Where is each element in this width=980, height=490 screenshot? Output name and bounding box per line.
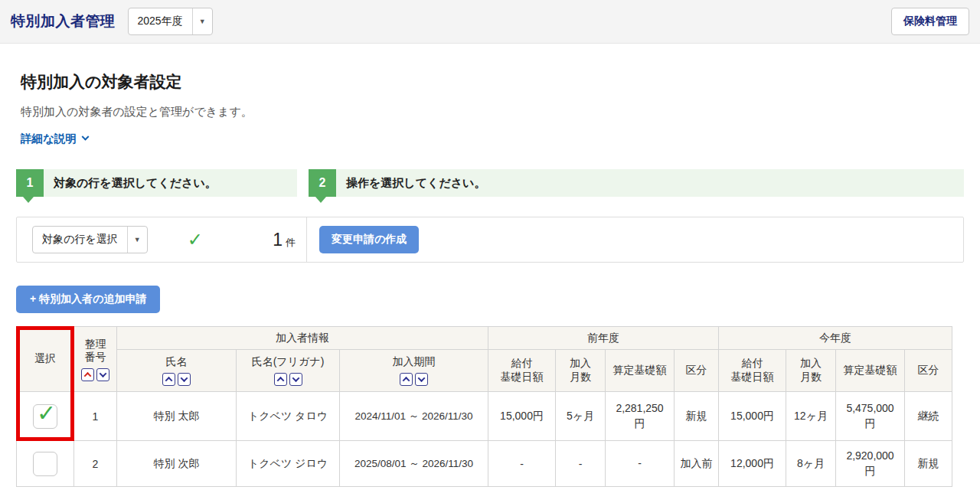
select-cell: ✓ — [17, 392, 74, 441]
group-header-member-info: 加入者情報 — [117, 327, 488, 350]
prev-base-cell: - — [606, 441, 675, 487]
members-table: 選択 整理番号 加入者情報 前年度 今年度 氏名 — [16, 326, 952, 487]
cur-daily-cell: 12,000円 — [719, 441, 786, 487]
sort-desc-icon — [292, 374, 299, 382]
step-number-badge: 1 — [16, 169, 44, 197]
toolbar-action-area: 変更申請の作成 — [307, 217, 419, 262]
sort-desc-icon — [418, 374, 426, 382]
prev-category-cell: 加入前 — [675, 441, 719, 487]
kana-cell: トクベツ タロウ — [237, 392, 340, 441]
badge-pointer — [315, 197, 326, 203]
selected-count-unit: 件 — [286, 236, 296, 250]
year-dropdown[interactable]: 2025年度 ▼ — [128, 8, 213, 35]
column-header-name: 氏名 — [117, 350, 237, 392]
sort-asc-icon — [165, 377, 173, 384]
sort-asc-icon — [84, 371, 92, 379]
sort-desc-icon — [100, 370, 107, 377]
select-cell: ✓ — [17, 441, 74, 487]
members-table-wrap: 選択 整理番号 加入者情報 前年度 今年度 氏名 — [16, 326, 964, 487]
sort-asc-button[interactable] — [274, 373, 287, 386]
name-cell: 特別 次郎 — [117, 441, 237, 487]
column-header-cur-category: 区分 — [905, 350, 952, 392]
chevron-down-icon — [81, 133, 89, 141]
cur-category-cell: 継続 — [905, 392, 952, 441]
prev-daily-cell: - — [488, 441, 556, 487]
number-cell: 1 — [74, 392, 117, 441]
column-header-period: 加入期間 — [340, 350, 488, 392]
check-icon: ✓ — [37, 400, 56, 427]
number-cell: 2 — [74, 441, 117, 487]
cur-base-cell: 2,920,000円 — [836, 441, 905, 487]
app-header: 特別加入者管理 2025年度 ▼ 保険料管理 — [0, 0, 980, 44]
column-header-cur-months: 加入月数 — [786, 350, 836, 392]
table-row: ✓ 1 特別 太郎 トクベツ タロウ 2024/11/01 ～ 2026/11/… — [17, 392, 952, 441]
group-header-this-year: 今年度 — [719, 327, 952, 350]
sort-desc-button[interactable] — [289, 373, 302, 386]
name-cell: 特別 太郎 — [117, 392, 237, 441]
premium-management-button[interactable]: 保険料管理 — [891, 8, 969, 35]
cur-category-cell: 新規 — [905, 441, 952, 487]
column-header-kana: 氏名(フリガナ) — [237, 350, 340, 392]
prev-months-cell: - — [556, 441, 606, 487]
group-header-previous-year: 前年度 — [488, 327, 719, 350]
create-change-request-button[interactable]: 変更申請の作成 — [319, 226, 419, 253]
step-number-badge: 2 — [309, 169, 336, 197]
chevron-down-icon: ▼ — [127, 227, 147, 253]
page-title: 特別加入の対象者設定 — [16, 71, 964, 93]
badge-pointer — [23, 197, 34, 203]
sort-asc-button[interactable] — [162, 373, 175, 386]
row-select-dropdown[interactable]: 対象の行を選択 ▼ — [32, 226, 148, 253]
kana-cell: トクベツ ジロウ — [237, 441, 340, 487]
year-dropdown-value: 2025年度 — [129, 8, 192, 34]
sort-desc-button[interactable] — [415, 373, 428, 386]
prev-base-cell: 2,281,250円 — [606, 392, 675, 441]
toolbar-selection-area: 対象の行を選択 ▼ ✓ 1 件 — [17, 217, 307, 262]
column-header-prev-category: 区分 — [675, 350, 719, 392]
row-checkbox[interactable]: ✓ — [33, 404, 57, 429]
selected-count-number: 1 — [273, 230, 283, 250]
table-row: ✓ 2 特別 次郎 トクベツ ジロウ 2025/08/01 ～ 2026/11/… — [17, 441, 952, 487]
main-content: 特別加入の対象者設定 特別加入の対象者の設定と管理ができます。 詳細な説明 1 … — [0, 71, 980, 487]
detail-link-label: 詳細な説明 — [21, 132, 77, 146]
add-special-member-button[interactable]: + 特別加入者の追加申請 — [16, 286, 160, 313]
detail-description-link[interactable]: 詳細な説明 — [21, 132, 88, 146]
column-header-cur-daily-base: 給付基礎日額 — [719, 350, 786, 392]
sort-asc-icon — [276, 377, 284, 384]
column-header-number: 整理番号 — [74, 327, 117, 392]
sort-asc-button[interactable] — [400, 373, 413, 386]
cur-base-cell: 5,475,000円 — [836, 392, 905, 441]
step-label: 対象の行を選択してください。 — [54, 176, 217, 191]
selection-toolbar: 対象の行を選択 ▼ ✓ 1 件 変更申請の作成 — [16, 217, 964, 263]
prev-daily-cell: 15,000円 — [488, 392, 556, 441]
step-banner-2: 2 操作を選択してください。 — [309, 169, 964, 197]
column-header-cur-calc-base: 算定基礎額 — [836, 350, 905, 392]
check-icon: ✓ — [188, 230, 203, 249]
prev-months-cell: 5ヶ月 — [556, 392, 606, 441]
column-header-prev-months: 加入月数 — [556, 350, 606, 392]
app-title: 特別加入者管理 — [11, 11, 116, 31]
cur-months-cell: 12ヶ月 — [786, 392, 836, 441]
column-header-select: 選択 — [17, 327, 74, 392]
row-select-dropdown-value: 対象の行を選択 — [33, 227, 127, 253]
period-cell: 2025/08/01 ～ 2026/11/30 — [340, 441, 488, 487]
period-cell: 2024/11/01 ～ 2026/11/30 — [340, 392, 488, 441]
step-banners: 1 対象の行を選択してください。 2 操作を選択してください。 — [16, 169, 964, 197]
prev-category-cell: 新規 — [675, 392, 719, 441]
selected-count: 1 件 — [273, 230, 296, 250]
sort-asc-button[interactable] — [81, 368, 94, 381]
chevron-down-icon: ▼ — [192, 8, 212, 34]
step-label: 操作を選択してください。 — [346, 176, 485, 191]
page-description: 特別加入の対象者の設定と管理ができます。 — [16, 105, 964, 119]
sort-desc-icon — [181, 374, 188, 382]
step-banner-1: 1 対象の行を選択してください。 — [16, 169, 297, 197]
column-header-prev-calc-base: 算定基礎額 — [606, 350, 675, 392]
column-header-prev-daily-base: 給付基礎日額 — [488, 350, 556, 392]
sort-desc-button[interactable] — [96, 368, 109, 381]
sort-desc-button[interactable] — [178, 373, 191, 386]
sort-asc-icon — [403, 377, 410, 384]
row-checkbox[interactable]: ✓ — [33, 452, 57, 476]
cur-months-cell: 8ヶ月 — [786, 441, 836, 487]
cur-daily-cell: 15,000円 — [719, 392, 786, 441]
